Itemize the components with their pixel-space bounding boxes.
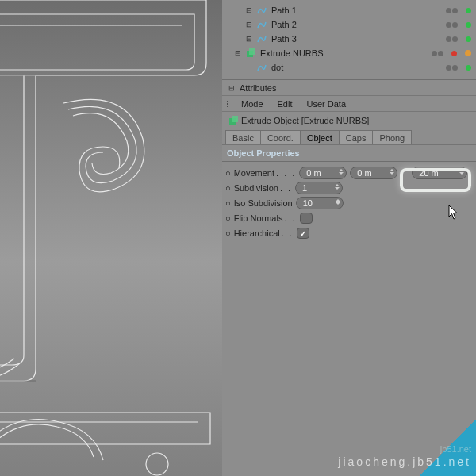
bullet-icon: ○: [225, 213, 231, 223]
tag-dot[interactable]: [465, 50, 471, 56]
extrude-icon: [228, 115, 239, 126]
iso-subdivision-input[interactable]: 10: [296, 197, 344, 209]
tree-label: Extrude NURBS: [259, 48, 323, 58]
watermark-sub: jiaocheng.jb51.net: [338, 455, 471, 468]
tree-row-dot[interactable]: dot: [222, 60, 476, 75]
attributes-menubar: Mode Edit User Data: [222, 96, 476, 112]
tab-phong[interactable]: Phong: [372, 130, 412, 144]
dots-spacer: . .: [284, 213, 296, 223]
viewport-3d[interactable]: [0, 0, 222, 476]
menu-userdata[interactable]: User Data: [301, 98, 353, 110]
spline-icon: [256, 5, 267, 16]
prop-label: Flip Normals: [234, 213, 283, 223]
collapse-icon[interactable]: ⊟: [227, 83, 236, 93]
bullet-icon: ○: [225, 228, 231, 238]
prop-hierarchical: ○ Hierarchical . .: [224, 226, 474, 240]
menu-edit[interactable]: Edit: [271, 98, 299, 110]
prop-movement: ○ Movement . . . 0 m 0 m 20 m: [224, 166, 474, 180]
object-title-bar: Extrude Object [Extrude NURBS]: [222, 112, 476, 129]
object-tree[interactable]: ⊟ Path 1 ⊟ Path 2 ⊟ Path 3 ⊟ Extrude NUR…: [222, 0, 476, 80]
tree-label: Path 1: [270, 6, 297, 15]
prop-flip-normals: ○ Flip Normals . .: [224, 211, 474, 225]
prop-subdivision: ○ Subdivision . . 1: [224, 181, 474, 195]
extrude-icon: [245, 48, 256, 59]
object-title: Extrude Object [Extrude NURBS]: [241, 116, 369, 125]
attributes-header: ⊟ Attributes: [222, 80, 476, 96]
tree-row-path3[interactable]: ⊟ Path 3: [222, 32, 476, 46]
tree-label: Path 3: [270, 34, 297, 44]
dots-spacer: . .: [280, 183, 292, 193]
bullet-icon: ○: [225, 198, 231, 208]
movement-x-input[interactable]: 0 m: [299, 167, 347, 179]
movement-z-input[interactable]: 20 m: [412, 167, 467, 179]
expand-icon[interactable]: ⊟: [244, 34, 254, 44]
expand-icon[interactable]: ⊟: [244, 6, 254, 15]
prop-label: Hierarchical: [234, 228, 280, 238]
svg-rect-3: [249, 48, 255, 55]
prop-label: Iso Subdivision: [234, 198, 293, 208]
tab-strip: Basic Coord. Object Caps Phong: [222, 129, 476, 145]
spline-icon: [256, 19, 267, 30]
tree-label: dot: [270, 63, 283, 72]
bullet-icon: ○: [225, 183, 231, 193]
expand-icon[interactable]: ⊟: [233, 48, 243, 58]
tree-row-path1[interactable]: ⊟ Path 1: [222, 3, 476, 17]
tab-basic[interactable]: Basic: [225, 130, 261, 144]
drag-handle-icon[interactable]: [227, 101, 228, 107]
visibility-dot[interactable]: [466, 65, 471, 71]
attributes-panel: ⊟ Path 1 ⊟ Path 2 ⊟ Path 3 ⊟ Extrude NUR…: [222, 0, 476, 476]
dots-spacer: . . .: [276, 168, 296, 178]
menu-mode[interactable]: Mode: [235, 98, 270, 110]
group-header: Object Properties: [222, 145, 476, 162]
visibility-dot[interactable]: [466, 8, 471, 13]
prop-label: Subdivision: [234, 183, 278, 193]
visibility-dot[interactable]: [466, 36, 471, 42]
tab-caps[interactable]: Caps: [339, 130, 374, 144]
dots-spacer: . .: [282, 228, 294, 238]
spline-icon: [256, 62, 267, 73]
movement-y-input[interactable]: 0 m: [350, 167, 397, 179]
visibility-dot[interactable]: [466, 22, 471, 28]
flip-normals-checkbox[interactable]: [300, 213, 313, 224]
tree-row-path2[interactable]: ⊟ Path 2: [222, 17, 476, 32]
visibility-dot[interactable]: [451, 51, 457, 56]
svg-point-1: [146, 453, 168, 475]
properties-group: ○ Movement . . . 0 m 0 m 20 m ○ Subdivis…: [222, 162, 476, 244]
hierarchical-checkbox[interactable]: [297, 228, 309, 239]
svg-rect-5: [232, 116, 238, 122]
prop-label: Movement: [234, 168, 274, 178]
bullet-icon: ○: [225, 168, 231, 178]
prop-iso-subdivision: ○ Iso Subdivision 10: [224, 196, 474, 210]
watermark-url: jb51.net: [440, 444, 471, 454]
tree-label: Path 2: [270, 20, 297, 29]
expand-icon[interactable]: ⊟: [244, 20, 254, 29]
tree-row-extrude[interactable]: ⊟ Extrude NURBS: [222, 46, 476, 60]
tab-coord[interactable]: Coord.: [260, 130, 301, 144]
subdivision-input[interactable]: 1: [295, 182, 343, 194]
attributes-title: Attributes: [240, 83, 276, 93]
tab-object[interactable]: Object: [300, 130, 340, 144]
spline-icon: [256, 33, 267, 44]
